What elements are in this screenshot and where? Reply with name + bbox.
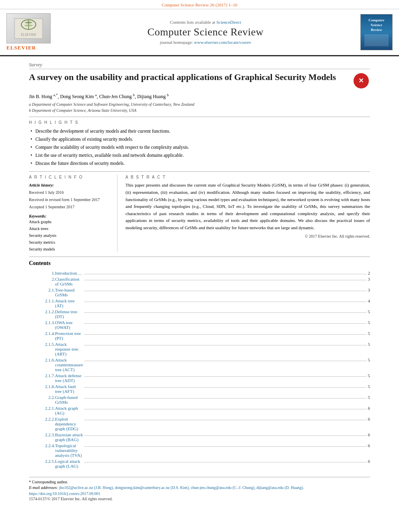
keyword-5: Security models (29, 246, 111, 253)
corresponding-author-note: * Corresponding author. (29, 480, 370, 484)
toc-row: 2.1.1. Attack tree (AT) 4 (29, 298, 370, 308)
crossmark-badge[interactable]: ✕ (352, 72, 370, 90)
revised-date: Received in revised form 1 September 201… (29, 196, 111, 203)
toc-row: 2.2.5. Logical attack graph (LAG) 6 (29, 458, 370, 469)
divider-after-highlights (29, 171, 370, 172)
keywords-section: Keywords: Attack graphs Attack trees Sec… (29, 214, 111, 253)
abstract-title: A B S T R A C T (125, 175, 370, 179)
publisher-logo-area: ELSEVIER ELSEVIER (6, 13, 59, 51)
keyword-4: Security metrics (29, 239, 111, 246)
affiliations: a Department of Computer Science and Sof… (29, 101, 370, 113)
abstract-column: A B S T R A C T This paper presents and … (125, 175, 370, 253)
svg-text:ELSEVIER: ELSEVIER (21, 33, 36, 37)
issn-line: 1574-0137/© 2017 Elsevier Inc. All right… (29, 497, 370, 501)
toc-title: Introduction (55, 271, 77, 275)
highlight-item-4: List the use of security metrics, availa… (29, 151, 370, 159)
email-list: jho102@uclive.ac.nz (J.B. Hong), dongseo… (59, 485, 304, 490)
abstract-text: This paper presents and discusses the cu… (125, 182, 370, 231)
toc-row: 2.2.4. Topological vulnerability analysi… (29, 442, 370, 458)
copyright-line: © 2017 Elsevier Inc. All rights reserved… (125, 234, 370, 238)
toc-row: 1. Introduction 2 (29, 270, 370, 276)
paper-title: A survey on the usability and practical … (29, 72, 348, 83)
elsevier-label: ELSEVIER (6, 45, 59, 51)
article-history: Article history: Received 1 July 2016 Re… (29, 182, 111, 211)
highlights-section: H I G H L I G H T S Describe the develop… (29, 120, 370, 167)
highlight-item-3: Compare the scalability of security mode… (29, 143, 370, 151)
toc-row: 2.1.2. Defense tree (DT) 5 (29, 308, 370, 319)
toc-row: 2.1.4. Protection tree (PT) 5 (29, 330, 370, 341)
toc-page: 2 (368, 271, 370, 275)
toc-row: 2.2. Graph-based GrSMs 5 (29, 394, 370, 405)
highlight-item-2: Classify the applications of existing se… (29, 135, 370, 143)
email-addresses: E-mail addresses: jho102@uclive.ac.nz (J… (29, 485, 370, 490)
toc-num: 1. (52, 271, 55, 275)
toc-row: 2.1.8. Attack fault tree (AFT) 5 (29, 383, 370, 394)
keyword-3: Security analysis (29, 232, 111, 239)
contents-title: Contents (29, 260, 370, 267)
journal-cover-image: Computer Science Review (352, 14, 393, 50)
sciencedirect-link[interactable]: Contents lists available at ScienceDirec… (63, 20, 348, 25)
journal-homepage: journal homepage: www.elsevier.com/locat… (63, 40, 348, 45)
crossmark-icon: ✕ (354, 73, 369, 88)
divider-after-affiliations (29, 117, 370, 117)
article-info-column: A R T I C L E I N F O Article history: R… (29, 175, 117, 253)
toc-row: 2.2.1. Attack graph (AG) 6 (29, 405, 370, 416)
journal-title: Computer Science Review (63, 26, 348, 38)
doi-link[interactable]: https://doi.org/10.1016/j.cosrev.2017.09… (29, 491, 370, 496)
highlights-list: Describe the development of security mod… (29, 127, 370, 167)
received-date: Received 1 July 2016 (29, 189, 111, 196)
toc-row: 2.1.5. Attack response tree (ART) 5 (29, 341, 370, 357)
elsevier-logo-image: ELSEVIER (6, 13, 51, 43)
toc-row: 2.1.3. OWA tree (OWAT) 5 (29, 319, 370, 330)
affiliation-a: a Department of Computer Science and Sof… (29, 101, 370, 107)
keyword-1: Attack graphs (29, 218, 111, 225)
toc-row: 2.1.7. Attack defense tree (ADT) 5 (29, 372, 370, 383)
sciencedirect-anchor[interactable]: ScienceDirect (216, 20, 241, 25)
article-info-title: A R T I C L E I N F O (29, 175, 111, 179)
keyword-2: Attack trees (29, 225, 111, 232)
toc-row: 2.2.3. Bayesian attack graph (BAG) 6 (29, 431, 370, 442)
paper-content: Survey A survey on the usability and pra… (0, 56, 399, 501)
authors-line: Jin B. Hong a,*, Dong Seong Kim a, Chun-… (29, 93, 370, 100)
contents-section: Contents 1. Introduction 2 (29, 260, 370, 469)
article-info-abstract: A R T I C L E I N F O Article history: R… (29, 175, 370, 253)
affiliation-b: b Department of Computer Science, Arizon… (29, 107, 370, 113)
toc-title: Classification of GrSMs (55, 277, 80, 286)
article-type-label: Survey (29, 62, 370, 69)
title-section: A survey on the usability and practical … (29, 72, 370, 90)
highlight-item-5: Discuss the future directions of securit… (29, 159, 370, 167)
accepted-date: Accepted 1 September 2017 (29, 203, 111, 211)
journal-info-center: Contents lists available at ScienceDirec… (63, 20, 348, 45)
homepage-url[interactable]: www.elsevier.com/locate/cosrev (194, 40, 251, 45)
footnotes-section: * Corresponding author. E-mail addresses… (29, 477, 370, 501)
authors-text: Jin B. Hong a,*, Dong Seong Kim a, Chun-… (29, 94, 169, 99)
toc-row: 2.1. Tree-based GrSMs 3 (29, 287, 370, 298)
journal-citation: Computer Science Review 26 (2017) 1–16 (0, 0, 399, 9)
toc-table: 1. Introduction 2 2. Classification of G… (29, 270, 370, 469)
toc-row: 2.1.6. Attack countermeasure tree (ACT) … (29, 357, 370, 372)
toc-num: 2. (52, 277, 55, 281)
divider-after-abstract (29, 257, 370, 257)
toc-row: 2.2.2. Exploit dependency graph (EDG) 6 (29, 416, 370, 431)
highlight-item-1: Describe the development of security mod… (29, 127, 370, 135)
journal-header: ELSEVIER ELSEVIER Contents lists availab… (0, 9, 399, 56)
toc-row: 2. Classification of GrSMs 3 (29, 276, 370, 287)
csr-cover-thumbnail: Computer Science Review (360, 14, 393, 50)
highlights-title: H I G H L I G H T S (29, 120, 370, 125)
